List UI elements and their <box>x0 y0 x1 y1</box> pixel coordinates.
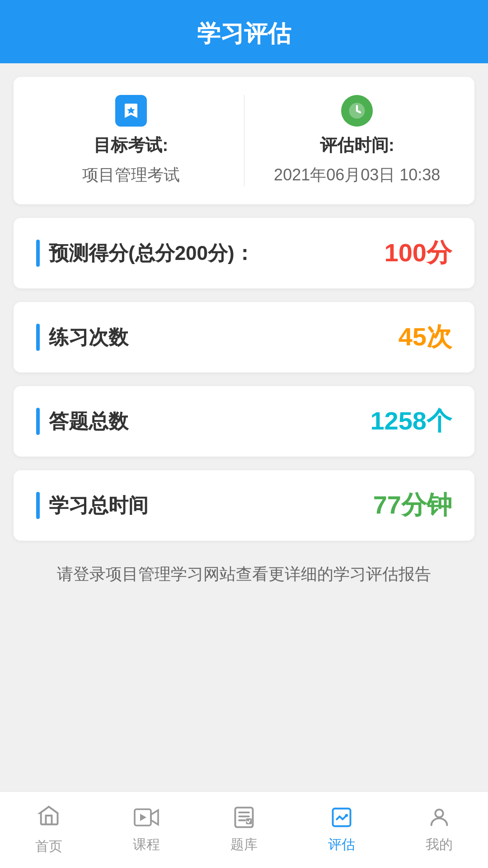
stat-label-container-2: 练习次数 <box>36 324 128 351</box>
stat-label-container-4: 学习总时间 <box>36 492 148 519</box>
home-icon <box>37 804 61 833</box>
info-col-right: 评估时间: 2021年06月03日 10:38 <box>263 95 452 186</box>
stat-bar-1 <box>36 240 40 267</box>
svg-marker-3 <box>140 814 146 821</box>
eval-time-label: 评估时间: <box>320 134 394 157</box>
nav-label-mine: 我的 <box>426 835 453 854</box>
nav-label-question-bank: 题库 <box>230 835 258 854</box>
predicted-score-label: 预测得分(总分200分)： <box>49 240 254 267</box>
study-time-label: 学习总时间 <box>49 492 148 519</box>
target-exam-value: 项目管理考试 <box>82 164 180 186</box>
nav-item-question-bank[interactable]: 题库 <box>195 792 293 868</box>
practice-count-label: 练习次数 <box>49 324 128 351</box>
note-text: 请登录项目管理学习网站查看更详细的学习评估报告 <box>14 554 474 599</box>
nav-item-course[interactable]: 课程 <box>98 792 195 868</box>
clock-icon <box>341 95 373 127</box>
info-card: 目标考试: 项目管理考试 评估时间: 2021年06月03日 10:38 <box>14 77 474 204</box>
nav-label-evaluation: 评估 <box>328 835 355 854</box>
stat-bar-2 <box>36 324 40 351</box>
stat-bar-4 <box>36 492 40 519</box>
chart-icon <box>330 806 353 831</box>
answer-count-value: 1258个 <box>370 404 452 439</box>
person-icon <box>427 806 451 831</box>
info-col-left: 目标考试: 项目管理考试 <box>36 95 226 186</box>
page-title: 学习评估 <box>197 20 291 47</box>
video-icon <box>134 806 159 831</box>
stat-bar-3 <box>36 408 40 435</box>
answer-count-label: 答题总数 <box>49 408 128 435</box>
stat-label-container-1: 预测得分(总分200分)： <box>36 240 254 267</box>
nav-item-home[interactable]: 首页 <box>0 792 98 868</box>
study-time-card: 学习总时间 77分钟 <box>14 470 474 541</box>
app-header: 学习评估 <box>0 0 488 63</box>
stat-label-container-3: 答题总数 <box>36 408 128 435</box>
bottom-nav: 首页 课程 题库 <box>0 791 488 868</box>
target-exam-label: 目标考试: <box>94 134 168 157</box>
bookmark-icon <box>115 95 147 127</box>
eval-time-value: 2021年06月03日 10:38 <box>274 164 440 186</box>
study-time-value: 77分钟 <box>373 488 452 523</box>
nav-label-home: 首页 <box>35 837 62 856</box>
practice-count-card: 练习次数 45次 <box>14 302 474 373</box>
info-divider <box>244 95 244 186</box>
book-icon <box>232 806 256 831</box>
svg-point-8 <box>435 810 443 817</box>
predicted-score-card: 预测得分(总分200分)： 100分 <box>14 218 474 288</box>
nav-item-evaluation[interactable]: 评估 <box>293 792 390 868</box>
main-content: 目标考试: 项目管理考试 评估时间: 2021年06月03日 10:38 预测得… <box>0 63 488 791</box>
answer-count-card: 答题总数 1258个 <box>14 386 474 457</box>
nav-label-course: 课程 <box>133 835 160 854</box>
predicted-score-value: 100分 <box>385 236 452 270</box>
nav-item-mine[interactable]: 我的 <box>390 792 488 868</box>
practice-count-value: 45次 <box>399 320 452 354</box>
svg-point-7 <box>345 814 348 817</box>
